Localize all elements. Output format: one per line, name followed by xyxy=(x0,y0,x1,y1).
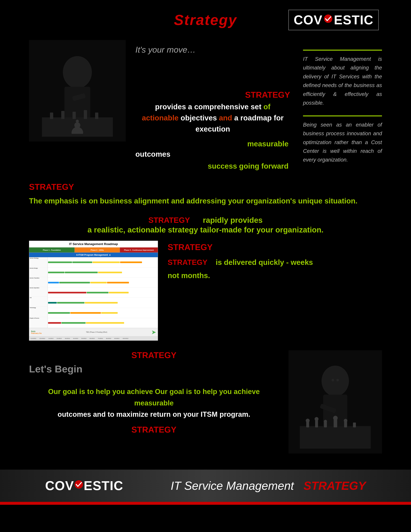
roadmap-section: IT Service Management Roadmap Phase 1 - … xyxy=(0,238,411,344)
sidebar-divider-2 xyxy=(303,115,382,116)
roadmap-title: IT Service Management Roadmap xyxy=(29,241,158,247)
roadmap-phase2-header: Phase 2 - Utility xyxy=(75,247,120,252)
strategy-label-1: STRATEGY xyxy=(245,90,290,99)
svg-rect-3 xyxy=(42,117,113,137)
chess-person-1-svg xyxy=(29,40,126,142)
roadmap-itsm-header: 4-ITSM Program Management ◄ xyxy=(29,253,158,257)
rapidly-text: rapidly provides xyxy=(203,216,263,224)
roadmap-image: IT Service Management Roadmap Phase 1 - … xyxy=(29,241,158,341)
outcomes-text: outcomes xyxy=(135,150,290,159)
mid-section: STRATEGY The emphasis is on business ali… xyxy=(0,174,411,209)
roadmap-phase3-header: Phase 3 - Continuous Improvement xyxy=(120,247,158,252)
footer-logo-cov: COV xyxy=(45,478,74,493)
svg-point-25 xyxy=(332,379,334,381)
svg-rect-13 xyxy=(300,426,371,449)
svg-point-11 xyxy=(322,366,349,396)
footer-tagline-bold: STRATEGY xyxy=(303,479,366,492)
emphasis-text: The emphasis is on business alignment an… xyxy=(29,196,382,206)
roadmap-dates: 11/1/2012 12/1/2012 1/1/2013 2/1/2013 3/… xyxy=(29,336,158,341)
roadmap-chart: IT Service Management Roadmap Phase 1 - … xyxy=(29,241,158,341)
rapidly-section: STRATEGY rapidly provides a realistic, a… xyxy=(0,209,411,238)
svg-point-15 xyxy=(306,419,310,423)
rapidly-line-2: a realistic, actionable strategy tailor-… xyxy=(29,225,382,234)
measurable-text: measurable xyxy=(135,139,290,148)
delivered-text: STRATEGY is delivered quickly - weeks xyxy=(168,257,382,268)
footer: COV ESTIC IT Service Management STRATEGY xyxy=(0,470,411,502)
tagline: It's your move… xyxy=(135,45,293,55)
svg-point-21 xyxy=(333,416,338,420)
footer-tagline: IT Service Management STRATEGY xyxy=(171,479,366,492)
lets-begin-text: Let's Begin xyxy=(29,363,279,375)
header: Strategy COV ESTIC xyxy=(0,0,411,37)
footer-logo-check-icon xyxy=(75,480,83,489)
footer-tagline-normal: IT Service Management xyxy=(171,479,294,492)
footer-logo-estic: ESTIC xyxy=(84,478,123,493)
sidebar-text-2: Being seen as an enabler of business pro… xyxy=(303,120,382,164)
chess-person-2-svg xyxy=(289,350,382,454)
logo: COV ESTIC xyxy=(288,10,379,30)
roadmap-footer: Early February Go TBD (Phase 3 Pending E… xyxy=(29,328,158,336)
svg-rect-5 xyxy=(61,111,65,119)
svg-rect-7 xyxy=(84,110,87,119)
page: Strategy COV ESTIC xyxy=(0,0,411,532)
roadmap-strategy-label: STRATEGY xyxy=(168,242,382,252)
strategy-final-label: STRATEGY xyxy=(29,425,279,435)
roadmap-gantt xyxy=(48,257,158,328)
svg-rect-6 xyxy=(73,112,76,119)
roadmap-left-labels: Service Strategy Service Design Service … xyxy=(29,257,48,328)
page-title: Strategy xyxy=(148,12,263,28)
svg-point-1 xyxy=(63,56,92,88)
roadmap-phase1-header: Phase 1 - Foundation xyxy=(29,247,75,252)
logo-check-icon xyxy=(324,15,332,23)
rapidly-line-1: STRATEGY rapidly provides xyxy=(29,216,382,225)
center-text-block: It's your move… STRATEGY provides a comp… xyxy=(135,40,293,171)
svg-point-26 xyxy=(336,379,339,381)
strategy-provides-text: provides a comprehensive set of actionab… xyxy=(135,101,290,135)
right-sidebar: IT Service Management is ultimately abou… xyxy=(303,40,382,171)
red-bottom-bar xyxy=(0,502,411,505)
strategy-label-2: STRATEGY xyxy=(29,182,382,192)
svg-point-23 xyxy=(344,419,347,422)
roadmap-right-text: STRATEGY STRATEGY is delivered quickly -… xyxy=(168,241,382,280)
roadmap-phase-headers: Phase 1 - Foundation Phase 2 - Utility P… xyxy=(29,247,158,253)
svg-point-17 xyxy=(315,417,318,421)
roadmap-arrow-icon: ➤ xyxy=(151,329,156,335)
rapidly-strategy-label: STRATEGY xyxy=(149,216,190,224)
logo-cov-text: COV xyxy=(294,13,323,28)
sidebar-text-1: IT Service Management is ultimately abou… xyxy=(303,55,382,107)
svg-point-19 xyxy=(324,420,327,423)
svg-rect-8 xyxy=(95,113,98,119)
success-text: success going forward xyxy=(135,162,290,171)
bottom-left-text: STRATEGY Let's Begin Our goal is to help… xyxy=(29,350,279,435)
svg-rect-4 xyxy=(50,113,53,119)
not-months-text: not months. xyxy=(168,271,382,280)
bottom-section: STRATEGY Let's Begin Our goal is to help… xyxy=(0,344,411,460)
bottom-strategy-label: STRATEGY xyxy=(29,350,279,360)
chess-image-2 xyxy=(289,350,382,454)
goal-text: Our goal is to help you achieve Our goal… xyxy=(29,386,279,420)
top-section: It's your move… STRATEGY provides a comp… xyxy=(0,37,411,174)
chess-image-1 xyxy=(29,40,126,142)
sidebar-divider-1 xyxy=(303,50,382,51)
logo-estic-text: ESTIC xyxy=(334,13,374,28)
strategy-block: STRATEGY provides a comprehensive set of… xyxy=(135,90,293,171)
svg-rect-24 xyxy=(353,423,356,427)
footer-logo: COV ESTIC xyxy=(45,478,123,493)
roadmap-body: Service Strategy Service Design Service … xyxy=(29,257,158,328)
